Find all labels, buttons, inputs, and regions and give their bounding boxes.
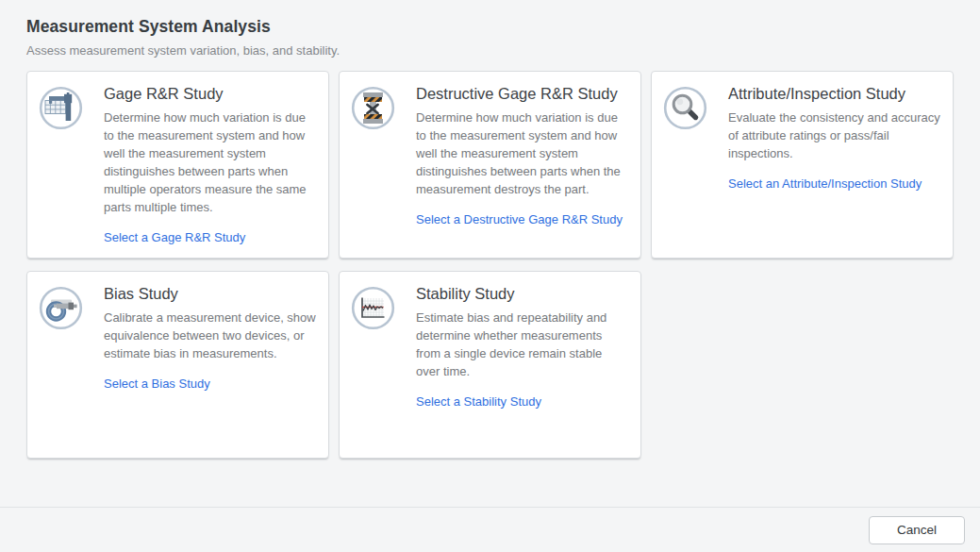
card-description: Estimate bias and repeatability and dete… — [416, 309, 629, 380]
card-title: Gage R&R Study — [104, 85, 315, 103]
select-bias-study-link[interactable]: Select a Bias Study — [104, 376, 210, 391]
card-description: Evaluate the consistency and accuracy of… — [728, 109, 941, 162]
card-gage-rr-study: Gage R&R Study Determine how much variat… — [26, 71, 329, 259]
control-chart-icon — [351, 286, 395, 330]
study-card-grid: Gage R&R Study Determine how much variat… — [26, 71, 954, 459]
card-description: Determine how much variation is due to t… — [104, 109, 317, 216]
page-subtitle: Assess measurement system variation, bia… — [26, 43, 954, 58]
card-body: Stability Study Estimate bias and repeat… — [416, 285, 627, 410]
micrometer-icon — [39, 286, 83, 330]
card-title: Bias Study — [104, 285, 315, 303]
dialog-footer: Cancel — [0, 507, 980, 552]
select-attribute-inspection-study-link[interactable]: Select an Attribute/Inspection Study — [728, 176, 922, 191]
select-destructive-gage-rr-study-link[interactable]: Select a Destructive Gage R&R Study — [416, 212, 623, 226]
card-body: Attribute/Inspection Study Evaluate the … — [728, 85, 939, 192]
page-title: Measurement System Analysis — [26, 17, 954, 37]
card-bias-study: Bias Study Calibrate a measurement devic… — [26, 271, 329, 459]
card-title: Stability Study — [416, 285, 627, 303]
cancel-button[interactable]: Cancel — [869, 516, 965, 544]
press-icon — [351, 86, 395, 130]
card-body: Gage R&R Study Determine how much variat… — [104, 85, 315, 245]
select-gage-rr-study-link[interactable]: Select a Gage R&R Study — [104, 230, 245, 244]
card-title: Attribute/Inspection Study — [728, 85, 939, 103]
card-attribute-inspection-study: Attribute/Inspection Study Evaluate the … — [651, 71, 954, 259]
magnifier-icon — [663, 86, 707, 130]
card-description: Determine how much variation is due to t… — [416, 109, 629, 198]
card-description: Calibrate a measurement device, show equ… — [104, 309, 317, 362]
card-destructive-gage-rr-study: Destructive Gage R&R Study Determine how… — [339, 71, 641, 259]
card-stability-study: Stability Study Estimate bias and repeat… — [339, 271, 641, 459]
card-title: Destructive Gage R&R Study — [416, 85, 627, 103]
dialog-header: Measurement System Analysis Assess measu… — [0, 0, 980, 58]
caliper-icon — [39, 86, 83, 130]
card-body: Bias Study Calibrate a measurement devic… — [104, 285, 315, 392]
select-stability-study-link[interactable]: Select a Stability Study — [416, 394, 541, 409]
measurement-system-analysis-dialog: Measurement System Analysis Assess measu… — [0, 0, 980, 552]
card-body: Destructive Gage R&R Study Determine how… — [416, 85, 627, 227]
